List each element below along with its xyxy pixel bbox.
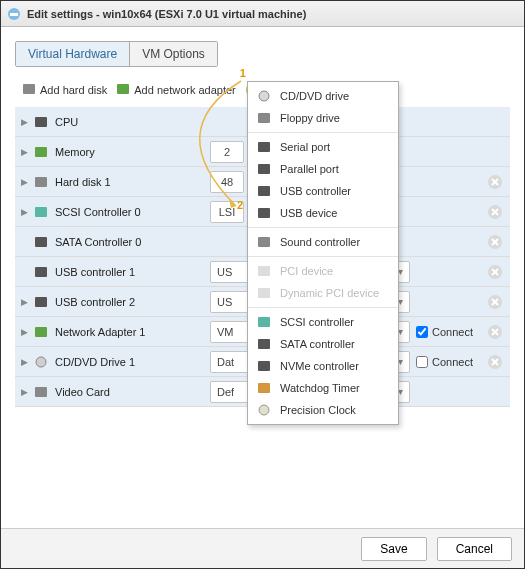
menu-item-usb-device[interactable]: USB device (248, 202, 398, 224)
svg-point-11 (259, 91, 269, 101)
add-hard-disk-button[interactable]: Add hard disk (23, 84, 107, 96)
sata-label: SATA Controller 0 (55, 236, 210, 248)
usb1-label: USB controller 1 (55, 266, 210, 278)
remove-usb1-button[interactable] (486, 263, 504, 281)
usb-icon (33, 295, 49, 309)
menu-item-sata[interactable]: SATA controller (248, 333, 398, 355)
vm-icon (7, 7, 21, 21)
tab-vm-options[interactable]: VM Options (130, 42, 217, 66)
hdd-label: Hard disk 1 (55, 176, 210, 188)
usb-icon (33, 265, 49, 279)
sound-icon (256, 235, 272, 249)
svg-point-8 (36, 357, 46, 367)
disk-icon (33, 175, 49, 189)
watchdog-icon (256, 381, 272, 395)
menu-item-dynamic-pci: Dynamic PCI device (248, 282, 398, 304)
menu-item-floppy[interactable]: Floppy drive (248, 107, 398, 129)
clock-icon (256, 403, 272, 417)
menu-item-sound[interactable]: Sound controller (248, 231, 398, 253)
serial-icon (256, 140, 272, 154)
pci-icon (256, 264, 272, 278)
hard-disk-icon (23, 84, 35, 96)
menu-item-pci: PCI device (248, 260, 398, 282)
menu-item-usb-controller[interactable]: USB controller (248, 180, 398, 202)
cd-icon (33, 355, 49, 369)
parallel-icon (256, 162, 272, 176)
annotation-2: 2 (237, 199, 243, 211)
memory-label: Memory (55, 146, 210, 158)
menu-item-parallel[interactable]: Parallel port (248, 158, 398, 180)
nic-connect-checkbox[interactable]: Connect (416, 326, 473, 338)
remove-cd-button[interactable] (486, 353, 504, 371)
cancel-button[interactable]: Cancel (437, 537, 512, 561)
remove-usb2-button[interactable] (486, 293, 504, 311)
menu-item-scsi[interactable]: SCSI controller (248, 311, 398, 333)
menu-item-nvme[interactable]: NVMe controller (248, 355, 398, 377)
nic-label: Network Adapter 1 (55, 326, 210, 338)
nvme-icon (256, 359, 272, 373)
remove-hdd-button[interactable] (486, 173, 504, 191)
video-icon (33, 385, 49, 399)
cpu-icon (33, 115, 49, 129)
expand-icon[interactable]: ▶ (21, 357, 29, 367)
video-label: Video Card (55, 386, 210, 398)
floppy-icon (256, 111, 272, 125)
cd-label: CD/DVD Drive 1 (55, 356, 210, 368)
nic-icon (33, 325, 49, 339)
memory-value[interactable]: 2 (210, 141, 244, 163)
usb2-label: USB controller 2 (55, 296, 210, 308)
tab-virtual-hardware[interactable]: Virtual Hardware (16, 42, 130, 66)
add-other-device-menu: CD/DVD drive Floppy drive Serial port Pa… (247, 81, 399, 425)
expand-icon[interactable]: ▶ (21, 147, 29, 157)
memory-icon (33, 145, 49, 159)
expand-icon[interactable]: ▶ (21, 327, 29, 337)
add-network-adapter-button[interactable]: Add network adapter (117, 84, 236, 96)
expand-icon[interactable]: ▶ (21, 207, 29, 217)
add-nic-label: Add network adapter (134, 84, 236, 96)
remove-nic-button[interactable] (486, 323, 504, 341)
dialog-footer: Save Cancel (1, 528, 524, 568)
tab-bar: Virtual Hardware VM Options (15, 41, 218, 67)
hdd-value[interactable]: 48 (210, 171, 244, 193)
annotation-1: 1 (240, 67, 246, 79)
usb-icon (256, 184, 272, 198)
nic-icon (117, 84, 129, 96)
usb-device-icon (256, 206, 272, 220)
pci-icon (256, 286, 272, 300)
edit-settings-dialog: Edit settings - win10x64 (ESXi 7.0 U1 vi… (0, 0, 525, 569)
menu-item-serial[interactable]: Serial port (248, 136, 398, 158)
sata-icon (256, 337, 272, 351)
remove-sata-button[interactable] (486, 233, 504, 251)
dialog-titlebar: Edit settings - win10x64 (ESXi 7.0 U1 vi… (1, 1, 524, 27)
menu-item-cddvd[interactable]: CD/DVD drive (248, 85, 398, 107)
svg-rect-1 (10, 13, 18, 16)
sata-icon (33, 235, 49, 249)
svg-point-12 (259, 405, 269, 415)
remove-scsi-button[interactable] (486, 203, 504, 221)
save-button[interactable]: Save (361, 537, 426, 561)
expand-icon[interactable]: ▶ (21, 297, 29, 307)
menu-item-watchdog[interactable]: Watchdog Timer (248, 377, 398, 399)
scsi-icon (33, 205, 49, 219)
add-hard-disk-label: Add hard disk (40, 84, 107, 96)
expand-icon[interactable]: ▶ (21, 177, 29, 187)
scsi-label: SCSI Controller 0 (55, 206, 210, 218)
cpu-label: CPU (55, 116, 210, 128)
expand-icon[interactable]: ▶ (21, 117, 29, 127)
cd-icon (256, 89, 272, 103)
menu-item-precision-clock[interactable]: Precision Clock (248, 399, 398, 421)
scsi-icon (256, 315, 272, 329)
expand-icon[interactable]: ▶ (21, 387, 29, 397)
cd-connect-checkbox[interactable]: Connect (416, 356, 473, 368)
dialog-title: Edit settings - win10x64 (ESXi 7.0 U1 vi… (27, 8, 306, 20)
